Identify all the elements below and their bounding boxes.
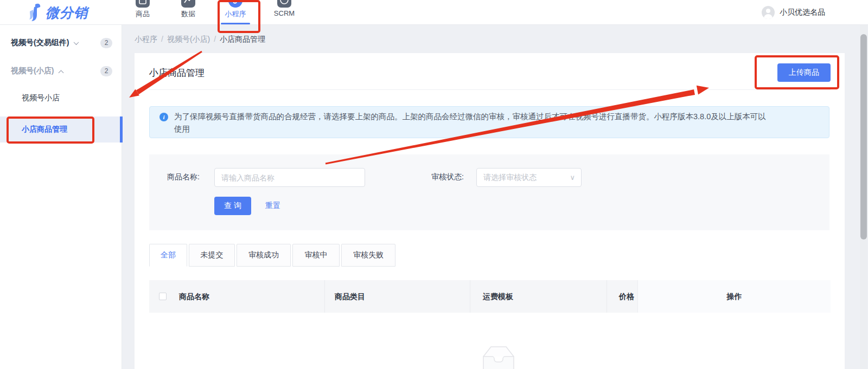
empty-state-icon xyxy=(474,345,523,369)
audit-status-select[interactable]: 请选择审核状态 ∨ xyxy=(476,168,582,187)
select-chevron-icon: ∨ xyxy=(570,173,575,182)
column-price: 价格 xyxy=(619,292,634,302)
brand-name: 微分销 xyxy=(46,4,88,22)
fixed-action-column: 操作 xyxy=(637,280,831,313)
tab-not-submitted[interactable]: 未提交 xyxy=(189,244,235,267)
breadcrumb: 小程序/视频号(小店)/小店商品管理 xyxy=(135,35,265,44)
reset-button[interactable]: 重置 xyxy=(265,201,280,211)
select-placeholder: 请选择审核状态 xyxy=(483,173,537,183)
brand-logo-icon xyxy=(28,3,41,22)
table-header: 商品名称 商品类目 运费模板 价格 操作 xyxy=(149,280,831,313)
status-tabs: 全部 未提交 审核成功 审核中 审核失败 xyxy=(149,244,395,267)
active-tab-underline xyxy=(221,23,250,24)
search-panel: 商品名称: 审核状态: 请选择审核状态 ∨ 查 询 重置 xyxy=(149,154,829,230)
column-category: 商品类目 xyxy=(335,292,365,302)
nav-item-scrm[interactable]: SCRM xyxy=(269,0,299,25)
product-name-input[interactable] xyxy=(214,168,365,187)
miniprogram-icon xyxy=(228,0,242,8)
info-icon: i xyxy=(159,113,168,121)
main-panel: 小店商品管理 上传商品 i 为了保障视频号直播带货商品的合规经营，请选择要上架的… xyxy=(135,53,845,369)
breadcrumb-item-miniprogram[interactable]: 小程序 xyxy=(135,35,157,43)
tab-audit-success[interactable]: 审核成功 xyxy=(237,244,291,267)
active-item-indicator xyxy=(120,116,123,143)
column-action: 操作 xyxy=(638,292,831,302)
select-all-checkbox[interactable] xyxy=(159,293,167,300)
nav-item-data[interactable]: 数据 xyxy=(175,0,202,25)
user-menu[interactable]: 小贝优选名品 xyxy=(762,0,825,25)
top-navigation: 商品 数据 小程序 SCRM xyxy=(129,0,299,25)
group-badge: 2 xyxy=(100,66,112,76)
sidebar-item-video-shop[interactable]: 视频号小店 xyxy=(0,87,122,109)
info-alert: i 为了保障视频号直播带货商品的合规经营，请选择要上架的商品。上架的商品会经过微… xyxy=(149,106,829,138)
alert-text: 为了保障视频号直播带货商品的合规经营，请选择要上架的商品。上架的商品会经过微信的… xyxy=(174,111,770,135)
sidebar-group-video-trade[interactable]: 视频号(交易组件) 2 xyxy=(0,31,122,54)
column-freight: 运费模板 xyxy=(483,292,513,302)
product-name-label: 商品名称: xyxy=(167,172,200,182)
column-product-name: 商品名称 xyxy=(179,292,209,302)
nav-item-products[interactable]: 商品 xyxy=(129,0,156,25)
query-button[interactable]: 查 询 xyxy=(214,197,251,215)
group-badge: 2 xyxy=(100,38,112,48)
sidebar-item-shop-product-management[interactable]: 小店商品管理 xyxy=(0,116,122,143)
tab-audit-pending[interactable]: 审核中 xyxy=(292,244,340,267)
column-divider xyxy=(324,280,325,313)
chevron-down-icon xyxy=(74,40,79,45)
breadcrumb-item-video-shop[interactable]: 视频号(小店) xyxy=(167,35,210,43)
upload-product-button[interactable]: 上传商品 xyxy=(777,63,831,82)
app-window: 微分销 商品 数据 小程序 xyxy=(0,0,868,369)
data-icon xyxy=(181,0,195,8)
audit-status-label: 审核状态: xyxy=(431,172,464,182)
divider xyxy=(149,89,831,90)
brand-logo[interactable]: 微分销 xyxy=(28,3,88,22)
scrollbar-thumb[interactable] xyxy=(860,34,867,239)
nav-item-miniprogram[interactable]: 小程序 xyxy=(220,0,251,25)
chevron-up-icon xyxy=(59,70,64,75)
scrm-icon xyxy=(277,0,291,8)
tab-audit-failed[interactable]: 审核失败 xyxy=(341,244,395,267)
sidebar-group-video-shop[interactable]: 视频号(小店) 2 xyxy=(0,60,122,82)
column-divider xyxy=(607,280,607,313)
column-divider xyxy=(470,280,470,313)
user-name: 小贝优选名品 xyxy=(780,8,825,17)
user-avatar-icon xyxy=(762,6,775,19)
tab-all[interactable]: 全部 xyxy=(149,244,187,267)
products-icon xyxy=(136,0,150,8)
top-bar: 微分销 商品 数据 小程序 xyxy=(0,0,868,25)
sidebar: 视频号(交易组件) 2 视频号(小店) 2 视频号小店 小店商品管理 xyxy=(0,25,122,369)
page-title: 小店商品管理 xyxy=(149,67,205,79)
breadcrumb-item-current: 小店商品管理 xyxy=(220,35,265,43)
